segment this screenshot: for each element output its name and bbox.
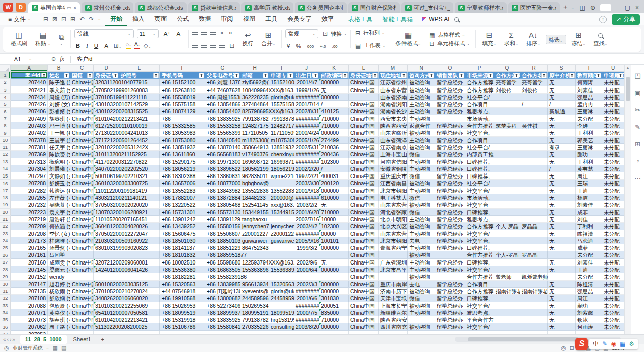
cell[interactable]: 358664913 — [240, 144, 269, 151]
cell[interactable]: 未分配 — [602, 251, 624, 258]
cell[interactable] — [520, 137, 548, 144]
clear-format-icon[interactable]: ◇⌄ — [143, 42, 152, 49]
cell[interactable]: 钦冰 — [576, 316, 602, 323]
cell[interactable]: 王一帆 (男 — [48, 129, 70, 136]
print-preview-icon[interactable]: ⊞ — [70, 16, 75, 23]
cell[interactable]: China中国 — [70, 158, 94, 165]
cell[interactable]: +86 1558084199 — [205, 323, 240, 330]
cell[interactable]: 留学总经办 — [435, 201, 465, 208]
cell[interactable]: 207161 — [11, 251, 48, 258]
cell[interactable]: +86 13901242 — [160, 216, 205, 223]
cell[interactable]: 冯一博 (男 — [48, 122, 70, 129]
cell[interactable]: 000000 — [319, 94, 349, 101]
close-tab-icon[interactable]: × — [73, 5, 76, 11]
cell[interactable] — [435, 251, 465, 258]
cell[interactable]: China中国 — [70, 209, 94, 216]
align-left-icon[interactable] — [192, 44, 198, 48]
row-number[interactable]: 4 — [0, 94, 11, 101]
cell[interactable]: 654101200007050581 — [94, 309, 119, 316]
cell[interactable]: China中国 — [349, 223, 379, 230]
sort-button[interactable]: A↓ 排序⌄ — [524, 31, 543, 47]
cell[interactable]: 口碑推荐, — [465, 259, 494, 266]
cell[interactable] — [70, 331, 94, 334]
cell[interactable] — [269, 273, 294, 280]
cell[interactable] — [520, 94, 548, 101]
cell[interactable]: China中国 — [70, 316, 94, 323]
cell[interactable] — [269, 331, 294, 334]
cell[interactable]: 310113200211152925 — [94, 151, 119, 158]
cell[interactable] — [269, 180, 294, 187]
cell[interactable]: 180562199 — [240, 165, 269, 172]
cell[interactable]: +86 1384054098 — [205, 137, 240, 144]
cell[interactable]: China中国 — [70, 79, 94, 86]
column-header-C[interactable]: C — [70, 65, 94, 71]
cell[interactable]: 杨眉 — [576, 194, 602, 201]
cell[interactable]: 王晨宇 (男 — [48, 137, 70, 144]
cell[interactable]: 207145 — [11, 266, 48, 273]
cell[interactable]: 被动咨询 — [408, 86, 435, 94]
column-header-G[interactable]: G — [205, 65, 240, 71]
cell[interactable] — [119, 94, 160, 101]
cell[interactable]: 出生日期 — [294, 72, 319, 79]
cell[interactable]: 2000/4/24 — [294, 129, 319, 136]
cell[interactable]: 未分配 — [602, 165, 624, 172]
cell[interactable]: China中国 — [349, 244, 379, 251]
cell[interactable]: 未分配 — [602, 86, 624, 94]
cell[interactable]: 口碑推荐, — [465, 172, 494, 180]
cell[interactable] — [520, 144, 548, 151]
column-header-E[interactable]: E — [119, 65, 160, 71]
menu-tab-会员专享[interactable]: 会员专享 — [282, 13, 316, 26]
cell[interactable]: 父母电话号码 — [205, 72, 240, 79]
cell[interactable] — [494, 115, 520, 122]
cell[interactable] — [520, 194, 548, 201]
cell[interactable]: ######### — [294, 151, 319, 158]
cell[interactable]: China中国 — [70, 115, 94, 122]
cell[interactable]: 未分配 — [576, 115, 602, 122]
cell[interactable]: 合作方推荐 — [465, 273, 494, 280]
filter-dropdown-icon[interactable] — [618, 73, 623, 78]
column-header-B[interactable]: B — [48, 65, 70, 71]
cell[interactable]: 未分配 — [602, 129, 624, 136]
cell[interactable]: 山东省济南 — [379, 94, 408, 101]
cell[interactable] — [119, 108, 160, 115]
cell[interactable]: +86 13611860 — [160, 151, 205, 158]
cell[interactable]: 117110505 — [269, 129, 294, 136]
cell[interactable]: 江西省南昌 — [379, 180, 408, 187]
cell[interactable]: 207135 — [11, 288, 48, 295]
cell[interactable]: 合作项目- — [465, 101, 494, 108]
cell[interactable]: 无 — [548, 137, 576, 144]
cell[interactable]: China中国 — [349, 86, 379, 94]
cell-style-button[interactable]: ⊡单元格样式⌄ — [428, 40, 470, 47]
cell[interactable]: 左佳薇 (女 — [48, 194, 70, 201]
cell[interactable]: 200000@qq — [269, 194, 294, 201]
cell[interactable]: 留学总经办 — [435, 209, 465, 216]
cell[interactable]: 未分配 — [602, 259, 624, 266]
cell[interactable]: 郭美艺 — [576, 137, 602, 144]
cell[interactable]: +86 1558239186 — [205, 273, 240, 280]
cell[interactable]: 留学总经办 — [435, 288, 465, 295]
cell[interactable]: 留学总经办 — [435, 172, 465, 180]
conditional-format-button[interactable]: ▦ 条件格式⌄ — [393, 31, 423, 47]
cell[interactable]: 唐浩轩 (男 — [48, 216, 70, 223]
cell[interactable]: 曾老师 — [494, 273, 520, 280]
cell[interactable] — [70, 251, 94, 258]
cell[interactable]: 32010220020531242X — [94, 144, 119, 151]
cell[interactable]: +86 15319918 — [160, 316, 205, 323]
cell[interactable]: 未分配 — [602, 288, 624, 295]
cell[interactable]: +86 13552283 — [160, 187, 205, 194]
cell[interactable]: 王迪 — [576, 187, 602, 194]
cell[interactable]: +86 18099519 — [160, 309, 205, 316]
cell[interactable]: 四川省南充 — [379, 323, 408, 330]
cell[interactable]: 留学总经办 — [435, 281, 465, 288]
print-layout-icon[interactable]: ⊡ — [570, 345, 574, 351]
cell[interactable]: 180995191 — [269, 309, 294, 316]
cell[interactable]: 留学总经办 — [435, 302, 465, 309]
cell[interactable]: 207062 — [11, 323, 48, 330]
cell[interactable]: 留学总经办 — [435, 86, 465, 94]
cell[interactable]: China中国 — [70, 259, 94, 266]
cell[interactable]: 陈歆赟 (女 — [48, 151, 70, 158]
cell[interactable]: 国籍 — [70, 72, 94, 79]
cell[interactable]: 155363896 — [269, 266, 294, 273]
cell[interactable]: 无 — [548, 209, 576, 216]
cell[interactable]: 411702200312270822 — [94, 158, 119, 165]
